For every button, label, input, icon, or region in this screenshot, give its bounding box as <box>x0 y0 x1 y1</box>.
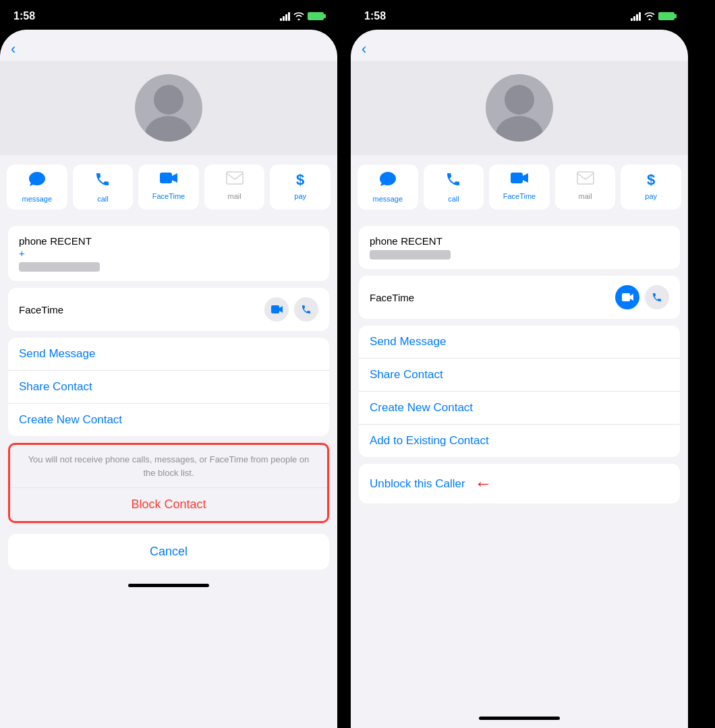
facetime-audio-btn-left[interactable] <box>294 297 318 322</box>
phone-number-blurred-left <box>19 262 100 272</box>
action-mail-right: mail <box>555 164 616 210</box>
quick-actions-right: message call FaceTime <box>351 155 688 219</box>
back-button-left[interactable]: ‹ <box>11 38 16 61</box>
facetime-label-right: FaceTime <box>370 292 414 303</box>
action-facetime-label-left: FaceTime <box>152 192 185 200</box>
phone-left: 1:58 ‹ <box>0 0 337 728</box>
menu-create-contact-right[interactable]: Create New Contact <box>359 392 680 425</box>
svg-rect-8 <box>577 172 594 184</box>
action-pay-label-right: pay <box>645 192 657 200</box>
status-bar-left: 1:58 <box>0 0 337 30</box>
avatar-right <box>486 74 553 142</box>
status-icons-right <box>631 11 675 22</box>
menu-section-right: Send Message Share Contact Create New Co… <box>359 326 680 457</box>
facetime-label-left: FaceTime <box>19 304 63 315</box>
svg-rect-2 <box>160 173 172 183</box>
facetime-video-btn-right[interactable] <box>615 285 639 309</box>
block-contact-label-left: Block Contact <box>131 497 206 511</box>
quick-actions-left: message call FaceTime <box>0 155 337 219</box>
action-message-right[interactable]: message <box>358 164 418 210</box>
svg-rect-9 <box>622 293 630 301</box>
svg-rect-3 <box>227 172 243 184</box>
menu-share-contact-right[interactable]: Share Contact <box>359 359 680 392</box>
facetime-icons-left <box>264 297 318 322</box>
message-icon-right <box>379 171 397 191</box>
action-call-label-left: call <box>97 195 109 203</box>
menu-share-contact-left[interactable]: Share Contact <box>8 371 329 404</box>
screen-right: ‹ message <box>351 30 688 728</box>
block-section-left: You will not receive phone calls, messag… <box>8 443 329 523</box>
action-call-left[interactable]: call <box>73 164 134 210</box>
action-message-label-left: message <box>22 195 52 203</box>
action-pay-left[interactable]: $ pay <box>270 164 331 210</box>
battery-icon-right <box>658 12 675 20</box>
facetime-video-btn-left[interactable] <box>264 297 289 322</box>
mail-icon <box>226 171 244 189</box>
cancel-button-left[interactable]: Cancel <box>8 534 329 570</box>
phone-tag-left: RECENT <box>50 235 92 247</box>
action-facetime-left[interactable]: FaceTime <box>138 164 199 210</box>
unblock-caller-label: Unblock this Caller <box>370 477 465 491</box>
facetime-row-left: FaceTime <box>8 288 329 331</box>
signal-icon <box>280 12 290 21</box>
menu-send-message-left[interactable]: Send Message <box>8 338 329 371</box>
facetime-section-right: FaceTime <box>359 276 680 319</box>
facetime-icon-right <box>510 171 529 189</box>
call-icon <box>94 171 111 191</box>
back-button-right[interactable]: ‹ <box>362 38 366 61</box>
svg-rect-4 <box>271 305 279 313</box>
unblock-caller-row[interactable]: Unblock this Caller ← <box>359 464 680 504</box>
time-right: 1:58 <box>364 10 386 22</box>
screen-top-left: ‹ <box>0 30 337 61</box>
home-bar-right <box>479 717 560 720</box>
facetime-row-right: FaceTime <box>359 276 680 319</box>
svg-point-1 <box>145 116 192 142</box>
avatar-section-left <box>0 61 337 155</box>
action-mail-label-right: mail <box>578 192 592 200</box>
home-indicator-left <box>0 575 337 595</box>
wifi-icon-right <box>644 11 655 22</box>
time-left: 1:58 <box>13 10 35 22</box>
signal-icon-right <box>631 12 641 21</box>
red-arrow-icon: ← <box>475 473 492 494</box>
action-mail-left: mail <box>204 164 265 210</box>
screen-top-right: ‹ <box>351 30 688 61</box>
menu-send-message-right[interactable]: Send Message <box>359 326 680 359</box>
facetime-section-left: FaceTime <box>8 288 329 331</box>
menu-section-left: Send Message Share Contact Create New Co… <box>8 338 329 436</box>
action-pay-right[interactable]: $ pay <box>621 164 681 210</box>
phone-number-blurred-right <box>370 250 451 260</box>
menu-create-contact-left[interactable]: Create New Contact <box>8 404 329 436</box>
phone-section-left: phone RECENT + <box>8 226 329 281</box>
phone-tag-right: RECENT <box>401 235 442 247</box>
menu-add-to-existing-right[interactable]: Add to Existing Contact <box>359 425 680 457</box>
message-icon <box>28 171 46 191</box>
avatar-left <box>135 74 202 142</box>
phone-right: 1:58 ‹ <box>351 0 688 728</box>
pay-icon: $ <box>296 171 304 189</box>
action-call-right[interactable]: call <box>424 164 484 210</box>
action-pay-label-left: pay <box>294 192 306 200</box>
action-message-left[interactable]: message <box>7 164 67 210</box>
avatar-section-right <box>351 61 688 155</box>
phone-label-right: phone <box>370 235 398 247</box>
screen-left: ‹ message <box>0 30 337 728</box>
mail-icon-right <box>577 171 594 189</box>
block-warning-text-left: You will not receive phone calls, messag… <box>10 445 327 487</box>
phone-label-left: phone <box>19 235 47 247</box>
svg-point-0 <box>154 85 183 115</box>
status-bar-right: 1:58 <box>351 0 688 30</box>
facetime-audio-btn-right[interactable] <box>645 285 669 309</box>
block-btn-row-left: Block Contact <box>10 487 327 521</box>
wifi-icon <box>293 11 304 22</box>
phone-divider <box>337 0 351 728</box>
home-bar-left <box>128 584 209 587</box>
phone-section-right: phone RECENT <box>359 226 680 269</box>
action-message-label-right: message <box>372 195 403 203</box>
call-icon-right <box>445 171 461 191</box>
svg-point-6 <box>496 116 543 142</box>
action-facetime-right[interactable]: FaceTime <box>489 164 550 210</box>
unblock-section-right: Unblock this Caller ← <box>359 464 680 504</box>
phone-plus-left: + <box>19 247 25 259</box>
phone-row-left: phone RECENT + <box>8 226 329 281</box>
